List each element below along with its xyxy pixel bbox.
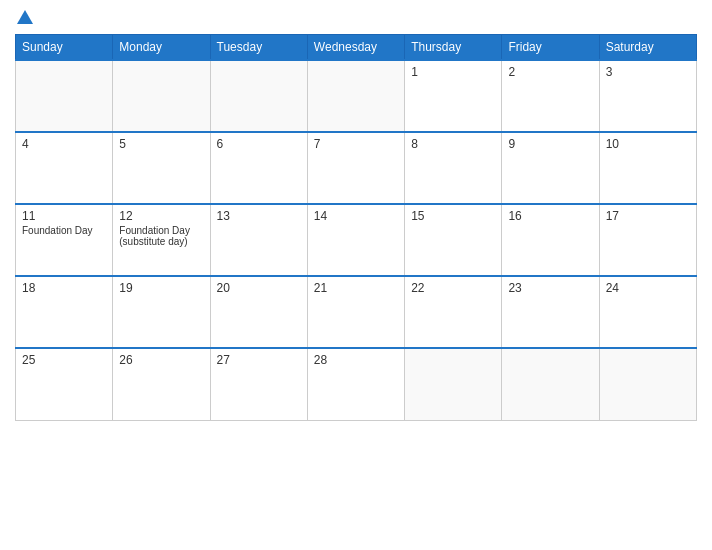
calendar-cell: 14 xyxy=(307,204,404,276)
calendar-cell: 10 xyxy=(599,132,696,204)
weekday-header-sunday: Sunday xyxy=(16,35,113,61)
logo xyxy=(15,10,35,26)
calendar-cell: 12Foundation Day (substitute day) xyxy=(113,204,210,276)
calendar-cell: 23 xyxy=(502,276,599,348)
calendar-cell: 11Foundation Day xyxy=(16,204,113,276)
calendar-cell xyxy=(599,348,696,420)
calendar-cell: 4 xyxy=(16,132,113,204)
calendar-cell: 20 xyxy=(210,276,307,348)
day-number: 15 xyxy=(411,209,495,223)
calendar-week-row: 45678910 xyxy=(16,132,697,204)
day-number: 1 xyxy=(411,65,495,79)
calendar-cell xyxy=(502,348,599,420)
day-number: 25 xyxy=(22,353,106,367)
calendar-week-row: 18192021222324 xyxy=(16,276,697,348)
day-number: 2 xyxy=(508,65,592,79)
day-number: 3 xyxy=(606,65,690,79)
day-number: 16 xyxy=(508,209,592,223)
calendar-cell: 27 xyxy=(210,348,307,420)
calendar-cell: 19 xyxy=(113,276,210,348)
calendar-week-row: 25262728 xyxy=(16,348,697,420)
calendar-cell xyxy=(16,60,113,132)
calendar-cell: 22 xyxy=(405,276,502,348)
calendar-week-row: 123 xyxy=(16,60,697,132)
calendar-cell xyxy=(405,348,502,420)
calendar-cell: 13 xyxy=(210,204,307,276)
calendar-cell: 8 xyxy=(405,132,502,204)
calendar-cell: 25 xyxy=(16,348,113,420)
day-number: 26 xyxy=(119,353,203,367)
calendar-cell: 7 xyxy=(307,132,404,204)
calendar-cell xyxy=(210,60,307,132)
weekday-header-monday: Monday xyxy=(113,35,210,61)
day-number: 21 xyxy=(314,281,398,295)
logo-triangle-icon xyxy=(17,10,33,24)
day-number: 23 xyxy=(508,281,592,295)
weekday-header-tuesday: Tuesday xyxy=(210,35,307,61)
calendar-cell: 17 xyxy=(599,204,696,276)
calendar-cell: 1 xyxy=(405,60,502,132)
holiday-name: Foundation Day (substitute day) xyxy=(119,225,203,247)
calendar-cell: 2 xyxy=(502,60,599,132)
calendar-cell: 16 xyxy=(502,204,599,276)
calendar-table: SundayMondayTuesdayWednesdayThursdayFrid… xyxy=(15,34,697,421)
calendar-cell: 28 xyxy=(307,348,404,420)
calendar-cell: 15 xyxy=(405,204,502,276)
day-number: 24 xyxy=(606,281,690,295)
calendar-cell: 26 xyxy=(113,348,210,420)
weekday-header-wednesday: Wednesday xyxy=(307,35,404,61)
day-number: 13 xyxy=(217,209,301,223)
weekday-header-saturday: Saturday xyxy=(599,35,696,61)
calendar-cell: 24 xyxy=(599,276,696,348)
holiday-name: Foundation Day xyxy=(22,225,106,236)
calendar-week-row: 11Foundation Day12Foundation Day (substi… xyxy=(16,204,697,276)
calendar-cell xyxy=(113,60,210,132)
day-number: 27 xyxy=(217,353,301,367)
day-number: 9 xyxy=(508,137,592,151)
day-number: 28 xyxy=(314,353,398,367)
weekday-header-thursday: Thursday xyxy=(405,35,502,61)
calendar-page: SundayMondayTuesdayWednesdayThursdayFrid… xyxy=(0,0,712,550)
calendar-cell: 5 xyxy=(113,132,210,204)
day-number: 18 xyxy=(22,281,106,295)
calendar-cell: 9 xyxy=(502,132,599,204)
weekday-header-row: SundayMondayTuesdayWednesdayThursdayFrid… xyxy=(16,35,697,61)
calendar-cell: 3 xyxy=(599,60,696,132)
day-number: 12 xyxy=(119,209,203,223)
day-number: 20 xyxy=(217,281,301,295)
calendar-cell: 21 xyxy=(307,276,404,348)
day-number: 17 xyxy=(606,209,690,223)
calendar-cell xyxy=(307,60,404,132)
day-number: 5 xyxy=(119,137,203,151)
calendar-cell: 18 xyxy=(16,276,113,348)
day-number: 19 xyxy=(119,281,203,295)
day-number: 10 xyxy=(606,137,690,151)
day-number: 8 xyxy=(411,137,495,151)
day-number: 14 xyxy=(314,209,398,223)
weekday-header-friday: Friday xyxy=(502,35,599,61)
calendar-header xyxy=(15,10,697,26)
day-number: 6 xyxy=(217,137,301,151)
day-number: 7 xyxy=(314,137,398,151)
day-number: 4 xyxy=(22,137,106,151)
calendar-cell: 6 xyxy=(210,132,307,204)
day-number: 22 xyxy=(411,281,495,295)
day-number: 11 xyxy=(22,209,106,223)
